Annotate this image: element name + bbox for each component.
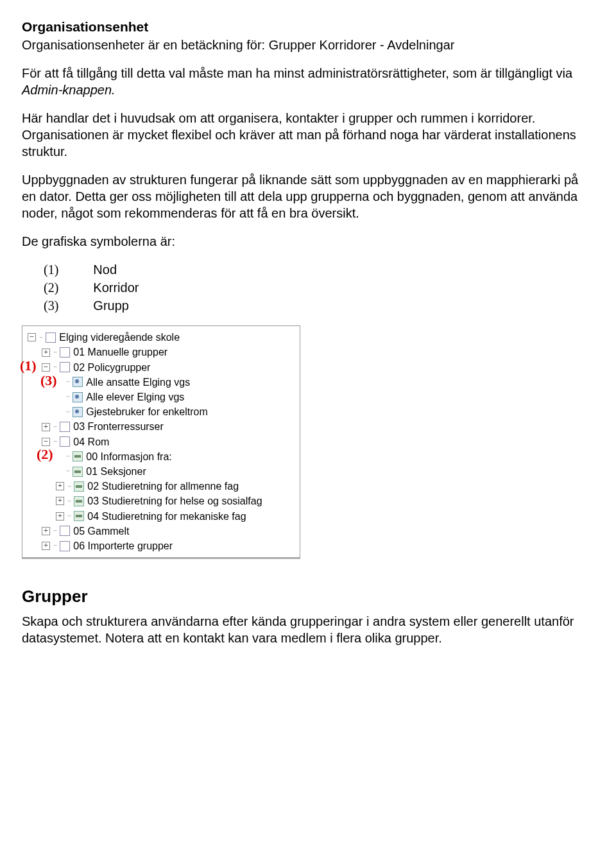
tree-label: 02 Policygrupper: [73, 360, 150, 375]
expand-icon[interactable]: +: [56, 512, 64, 521]
tree-label: 05 Gammelt: [73, 524, 129, 539]
expand-icon[interactable]: +: [56, 497, 64, 505]
corridor-icon: [74, 481, 84, 492]
tree-connector: ···: [66, 377, 69, 387]
collapse-icon[interactable]: −: [28, 333, 36, 341]
node-icon: [60, 362, 70, 372]
tree-connector: ···: [39, 333, 42, 343]
tree-spacer: [56, 408, 63, 415]
tree-connector: ···: [67, 497, 71, 506]
tree-connector: ···: [67, 482, 71, 492]
tree-label: 01 Manuelle grupper: [73, 345, 167, 359]
tree-view: (1) (3) (2) − ··· Elging videregående sk…: [22, 325, 300, 559]
corridor-icon: [74, 511, 84, 521]
node-icon: [60, 541, 70, 551]
legend-number: (3): [44, 297, 58, 314]
tree-item[interactable]: + ··· 03 Fronterressurser: [42, 419, 295, 434]
tree-connector: ···: [53, 437, 56, 447]
legend-number: (1): [44, 261, 58, 278]
legend-label: Nod: [93, 261, 117, 278]
tree-label: Alle ansatte Elging vgs: [86, 375, 190, 390]
tree-spacer: [56, 379, 63, 386]
group-icon: [73, 377, 83, 387]
expand-icon[interactable]: +: [42, 542, 50, 550]
tree-item[interactable]: ··· Alle elever Elging vgs: [56, 390, 295, 404]
tree-connector: ···: [67, 512, 71, 521]
legend-label: Grupp: [93, 297, 129, 314]
tree-label: 03 Studieretning for helse og sosialfag: [87, 494, 262, 508]
corridor-icon: [73, 451, 83, 461]
group-icon: [73, 392, 83, 402]
tree-connector: ···: [66, 452, 69, 461]
expand-icon[interactable]: +: [42, 527, 50, 535]
paragraph-access: För att få tillgång till detta val måste…: [22, 65, 594, 98]
node-icon: [46, 332, 56, 343]
heading-organisationsenhet: Organisationsenhet: [22, 18, 594, 35]
tree-item[interactable]: − ··· 04 Rom: [42, 435, 295, 449]
tree-item[interactable]: − ··· 02 Policygrupper: [42, 360, 295, 375]
tree-connector: ···: [53, 422, 56, 432]
tree-connector: ···: [53, 348, 56, 358]
collapse-icon[interactable]: −: [42, 438, 50, 446]
legend-number: (2): [44, 279, 58, 296]
corridor-icon: [74, 496, 84, 506]
tree-item[interactable]: + ··· 02 Studieretning for allmenne fag: [56, 479, 295, 494]
tree-label: Alle elever Elging vgs: [86, 390, 184, 404]
tree-label: 04 Studieretning for mekaniske fag: [87, 509, 246, 524]
paragraph-organize: Här handlar det i huvudsak om att organi…: [22, 110, 594, 160]
paragraph-structure: Uppbyggnaden av strukturen fungerar på l…: [22, 171, 594, 221]
node-icon: [60, 422, 70, 432]
paragraph-grupper: Skapa och strukturera användarna efter k…: [22, 613, 594, 646]
tree-item[interactable]: ··· 01 Seksjoner: [56, 464, 295, 479]
tree-label: Gjestebruker for enkeltrom: [86, 404, 207, 419]
tree-item[interactable]: + ··· 05 Gammelt: [42, 524, 295, 539]
subtitle: Organisationsenheter är en betäckning fö…: [22, 37, 594, 53]
tree-label: 01 Seksjoner: [86, 464, 146, 479]
tree-label: 02 Studieretning for allmenne fag: [87, 479, 239, 494]
group-icon: [73, 407, 83, 417]
legend-list: (1) Nod (2) Korridor (3) Grupp: [44, 261, 594, 314]
legend-row: (1) Nod: [44, 261, 594, 278]
expand-icon[interactable]: +: [42, 423, 50, 431]
legend-row: (3) Grupp: [44, 297, 594, 314]
legend-label: Korridor: [93, 279, 139, 296]
tree-spacer: [56, 453, 63, 460]
node-icon: [60, 347, 70, 358]
tree-label: 04 Rom: [73, 435, 109, 449]
tree-connector: ···: [53, 363, 56, 372]
tree-item[interactable]: ··· Gjestebruker for enkeltrom: [56, 404, 295, 419]
tree-label: 03 Fronterressurser: [73, 419, 164, 434]
tree-item[interactable]: + ··· 03 Studieretning for helse og sosi…: [56, 494, 295, 508]
node-icon: [60, 436, 70, 447]
node-icon: [60, 526, 70, 536]
tree-connector: ···: [53, 541, 56, 551]
para-text: För att få tillgång till detta val måste…: [22, 66, 572, 80]
tree-label: Elging videregående skole: [59, 330, 180, 345]
tree-item[interactable]: + ··· 04 Studieretning for mekaniske fag: [56, 509, 295, 524]
tree-root[interactable]: − ··· Elging videregående skole: [28, 330, 295, 345]
tree-label: 00 Informasjon fra:: [86, 449, 171, 464]
collapse-icon[interactable]: −: [42, 363, 50, 372]
tree-connector: ···: [66, 408, 69, 417]
admin-button-ref: Admin-knappen.: [22, 83, 116, 97]
legend-row: (2) Korridor: [44, 279, 594, 296]
tree-item[interactable]: + ··· 06 Importerte grupper: [42, 539, 295, 553]
expand-icon[interactable]: +: [56, 482, 64, 490]
tree-connector: ···: [53, 526, 56, 536]
tree-spacer: [56, 393, 63, 401]
tree-label: 06 Importerte grupper: [73, 539, 173, 553]
tree-item[interactable]: ··· 00 Informasjon fra:: [56, 449, 295, 464]
tree-connector: ···: [66, 467, 69, 476]
corridor-icon: [73, 467, 83, 477]
tree-connector: ···: [66, 392, 69, 402]
paragraph-symbols: De grafiska symbolerna är:: [22, 233, 594, 250]
tree-item[interactable]: + ··· 01 Manuelle grupper: [42, 345, 295, 359]
tree-item[interactable]: ··· Alle ansatte Elging vgs: [56, 375, 295, 390]
tree-spacer: [56, 468, 63, 475]
heading-grupper: Grupper: [22, 586, 594, 608]
expand-icon[interactable]: +: [42, 349, 50, 357]
